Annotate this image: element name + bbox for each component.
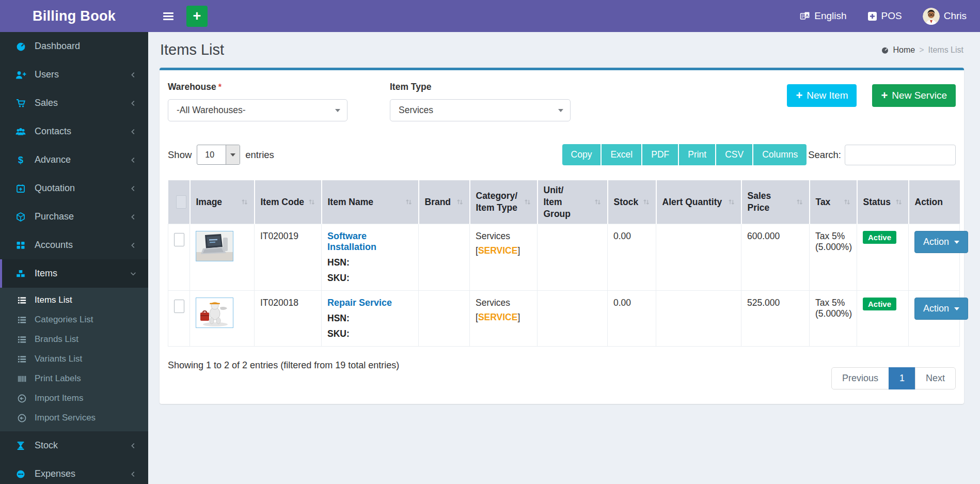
sidebar-toggle-button[interactable] <box>159 10 178 22</box>
header-stock[interactable]: Stock <box>608 180 656 224</box>
entries-summary: Showing 1 to 2 of 2 entries (filtered fr… <box>168 360 399 371</box>
header-image[interactable]: Image <box>190 180 255 224</box>
status-badge: Active <box>863 298 896 310</box>
items-list-card: Warehouse* -All Warehouses- Item Type Se… <box>160 68 964 404</box>
chevron-left-icon <box>130 128 137 135</box>
pagination-page-1[interactable]: 1 <box>889 367 915 389</box>
cart-icon <box>13 98 28 108</box>
sort-icon <box>642 198 650 206</box>
header-brand[interactable]: Brand <box>419 180 470 224</box>
export-csv-button[interactable]: CSV <box>715 144 752 165</box>
header-status[interactable]: Status <box>857 180 909 224</box>
action-dropdown-button[interactable]: Action <box>914 298 968 320</box>
sidebar-subitem-items-list[interactable]: Items List <box>0 290 148 310</box>
header-unit[interactable]: Unit/Item Group <box>538 180 608 224</box>
sidebar-item-stock[interactable]: Stock <box>0 431 148 460</box>
row-category-cell: Services [SERVICE] <box>470 224 538 291</box>
row-select-cell <box>168 291 190 347</box>
sidebar-subitem-categories-list[interactable]: Categories List <box>0 310 148 330</box>
chevron-down-icon <box>130 270 137 277</box>
pagination-next[interactable]: Next <box>915 367 956 389</box>
quick-add-button[interactable]: + <box>186 6 208 27</box>
warehouse-select[interactable]: -All Warehouses- <box>168 99 347 121</box>
language-menu[interactable]: A English <box>800 10 846 22</box>
sidebar-item-purchase[interactable]: Purchase <box>0 202 148 231</box>
item-name-link[interactable]: Repair Service <box>327 298 413 308</box>
app-logo[interactable]: Billing Book <box>0 0 148 32</box>
row-tax-cell: Tax 5% (5.000%) <box>810 224 857 291</box>
row-item-name-cell: Repair Service HSN: SKU: <box>322 291 419 347</box>
plus-icon: + <box>796 90 802 101</box>
sidebar-item-items[interactable]: Items <box>0 259 148 288</box>
service-tag: SERVICE <box>478 312 518 322</box>
search-input[interactable] <box>845 145 956 165</box>
calendar-plus-icon <box>13 183 28 194</box>
row-item-name-cell: Software Installation HSN: SKU: <box>322 224 419 291</box>
row-select-cell <box>168 224 190 291</box>
list-icon <box>15 295 28 305</box>
item-image[interactable] <box>196 298 233 328</box>
sidebar-item-dashboard[interactable]: Dashboard <box>0 32 148 60</box>
row-item-code: IT020018 <box>255 291 322 347</box>
row-checkbox[interactable] <box>174 233 184 246</box>
sidebar-item-accounts[interactable]: Accounts <box>0 231 148 259</box>
plus-square-icon <box>867 11 877 21</box>
page-length-select[interactable]: 10 <box>197 145 240 165</box>
sidebar-subitem-brands-list[interactable]: Brands List <box>0 330 148 349</box>
row-brand <box>419 291 470 347</box>
home-dashboard-icon <box>881 46 889 54</box>
pos-button[interactable]: POS <box>867 10 902 22</box>
action-dropdown-button[interactable]: Action <box>914 231 968 253</box>
warehouse-label: Warehouse <box>168 82 216 92</box>
sidebar-subitem-label: Categories List <box>35 315 93 325</box>
header-category[interactable]: Category/Item Type <box>470 180 538 224</box>
new-service-label: New Service <box>892 90 947 101</box>
sidebar-item-quotation[interactable]: Quotation <box>0 174 148 202</box>
row-image-cell <box>190 291 255 347</box>
sidebar-item-expenses[interactable]: Expenses <box>0 460 148 484</box>
export-print-button[interactable]: Print <box>678 144 715 165</box>
row-checkbox[interactable] <box>174 300 184 313</box>
caret-down-icon <box>558 109 563 112</box>
header-alert-quantity[interactable]: Alert Quantity <box>656 180 741 224</box>
row-action-cell: Action <box>909 224 960 291</box>
sidebar-subitem-import-items[interactable]: Import Items <box>0 388 148 408</box>
row-action-cell: Action <box>909 291 960 347</box>
sidebar-subitem-print-labels[interactable]: Print Labels <box>0 369 148 388</box>
minus-circle-icon <box>13 469 28 479</box>
sidebar-item-users[interactable]: Users <box>0 60 148 89</box>
user-name: Chris <box>944 10 967 22</box>
sidebar-item-label: Users <box>35 69 59 80</box>
sidebar-item-contacts[interactable]: Contacts <box>0 117 148 146</box>
row-brand <box>419 224 470 291</box>
caret-down-icon <box>335 109 340 112</box>
sidebar-subitem-import-services[interactable]: Import Services <box>0 408 148 428</box>
chevron-left-icon <box>130 185 137 192</box>
breadcrumb-home-link[interactable]: Home <box>893 45 915 55</box>
item-name-link[interactable]: Software Installation <box>327 231 413 253</box>
new-item-button[interactable]: + New Item <box>787 84 857 107</box>
chevron-left-icon <box>130 213 137 221</box>
header-item-code[interactable]: Item Code <box>255 180 322 224</box>
sidebar-item-label: Sales <box>35 98 58 108</box>
new-service-button[interactable]: + New Service <box>872 84 956 107</box>
pagination-previous[interactable]: Previous <box>831 367 889 389</box>
item-type-select[interactable]: Services <box>390 99 571 121</box>
sidebar-item-label: Contacts <box>35 126 71 137</box>
app-title: Billing Book <box>33 8 116 24</box>
export-pdf-button[interactable]: PDF <box>641 144 678 165</box>
page-title: Items List <box>160 41 224 58</box>
export-excel-button[interactable]: Excel <box>600 144 641 165</box>
sidebar-item-advance[interactable]: $ Advance <box>0 146 148 174</box>
header-tax[interactable]: Tax <box>810 180 857 224</box>
breadcrumb-separator: > <box>919 45 924 55</box>
export-copy-button[interactable]: Copy <box>562 144 601 165</box>
user-menu[interactable]: Chris <box>923 8 967 25</box>
header-sales-price[interactable]: Sales Price <box>741 180 810 224</box>
sidebar-subitem-variants-list[interactable]: Variants List <box>0 349 148 369</box>
columns-button[interactable]: Columns <box>752 144 807 165</box>
sidebar-item-sales[interactable]: Sales <box>0 89 148 117</box>
item-image[interactable] <box>196 231 233 261</box>
header-item-name[interactable]: Item Name <box>322 180 419 224</box>
warehouse-filter: Warehouse* -All Warehouses- <box>168 82 347 121</box>
